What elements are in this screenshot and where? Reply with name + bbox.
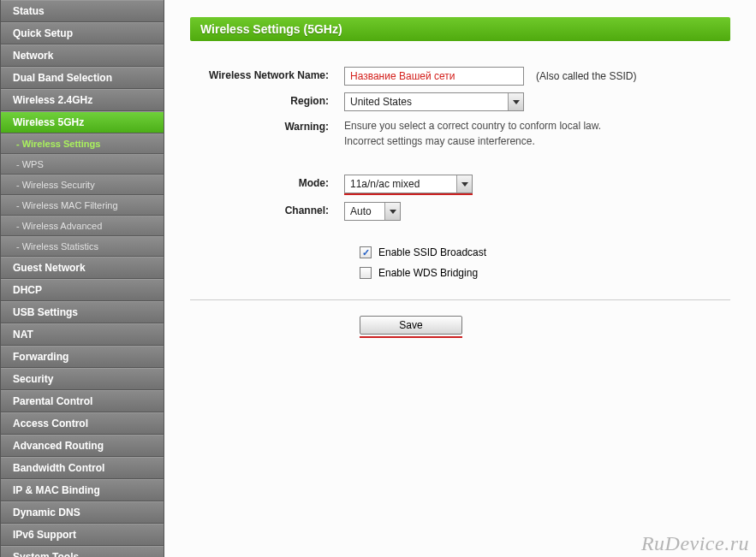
- watermark: RuDevice.ru: [641, 532, 749, 555]
- sidebar-item-6[interactable]: - Wireless Settings: [1, 133, 164, 154]
- label-mode: Mode:: [190, 175, 344, 189]
- sidebar-item-24[interactable]: IPv6 Support: [1, 524, 164, 546]
- warning-text: Ensure you select a correct country to c…: [344, 118, 601, 149]
- sidebar-item-3[interactable]: Dual Band Selection: [1, 67, 164, 89]
- separator: [190, 299, 730, 300]
- ssid-input[interactable]: [344, 67, 524, 86]
- region-select[interactable]: United States: [344, 92, 524, 111]
- page-title: Wireless Settings (5GHz): [190, 17, 730, 41]
- sidebar-item-18[interactable]: Parental Control: [1, 390, 164, 412]
- channel-select-value: Auto: [350, 205, 372, 217]
- wds-bridging-label: Enable WDS Bridging: [378, 267, 478, 279]
- channel-select[interactable]: Auto: [344, 202, 401, 221]
- wds-bridging-checkbox[interactable]: [360, 267, 372, 279]
- ssid-note: (Also called the SSID): [536, 70, 636, 82]
- mode-select[interactable]: 11a/n/ac mixed: [344, 175, 473, 193]
- save-button[interactable]: Save: [360, 316, 462, 335]
- sidebar-item-1[interactable]: Quick Setup: [1, 22, 164, 44]
- sidebar-item-9[interactable]: - Wireless MAC Filtering: [1, 195, 164, 216]
- dropdown-arrow-icon: [456, 175, 472, 193]
- sidebar-item-23[interactable]: Dynamic DNS: [1, 501, 164, 524]
- ssid-broadcast-label: Enable SSID Broadcast: [378, 246, 486, 258]
- sidebar-item-20[interactable]: Advanced Routing: [1, 435, 164, 457]
- sidebar-item-11[interactable]: - Wireless Statistics: [1, 236, 164, 257]
- mode-select-value: 11a/n/ac mixed: [350, 178, 420, 190]
- sidebar-item-4[interactable]: Wireless 2.4GHz: [1, 89, 164, 111]
- sidebar-item-2[interactable]: Network: [1, 44, 164, 67]
- sidebar-item-12[interactable]: Guest Network: [1, 257, 164, 279]
- label-channel: Channel:: [190, 202, 344, 216]
- sidebar-item-15[interactable]: NAT: [1, 323, 164, 346]
- label-warning: Warning:: [190, 118, 344, 133]
- sidebar-item-25[interactable]: System Tools: [1, 546, 164, 557]
- sidebar-item-16[interactable]: Forwarding: [1, 346, 164, 368]
- region-select-value: United States: [350, 96, 412, 108]
- sidebar-item-7[interactable]: - WPS: [1, 154, 164, 175]
- sidebar-item-14[interactable]: USB Settings: [1, 301, 164, 323]
- label-ssid: Wireless Network Name:: [190, 67, 344, 81]
- dropdown-arrow-icon: [384, 203, 400, 220]
- dropdown-arrow-icon: [508, 93, 523, 110]
- sidebar-item-19[interactable]: Access Control: [1, 412, 164, 435]
- sidebar-item-10[interactable]: - Wireless Advanced: [1, 216, 164, 236]
- sidebar-item-8[interactable]: - Wireless Security: [1, 175, 164, 195]
- main-panel: Wireless Settings (5GHz) Wireless Networ…: [164, 0, 756, 557]
- ssid-broadcast-checkbox[interactable]: ✓: [360, 246, 372, 258]
- sidebar-item-17[interactable]: Security: [1, 368, 164, 390]
- sidebar-item-22[interactable]: IP & MAC Binding: [1, 479, 164, 501]
- label-region: Region:: [190, 92, 344, 107]
- sidebar-item-0[interactable]: Status: [1, 0, 164, 22]
- sidebar-item-5[interactable]: Wireless 5GHz: [1, 111, 164, 133]
- sidebar-item-13[interactable]: DHCP: [1, 279, 164, 301]
- sidebar: StatusQuick SetupNetworkDual Band Select…: [0, 0, 164, 557]
- sidebar-item-21[interactable]: Bandwidth Control: [1, 457, 164, 479]
